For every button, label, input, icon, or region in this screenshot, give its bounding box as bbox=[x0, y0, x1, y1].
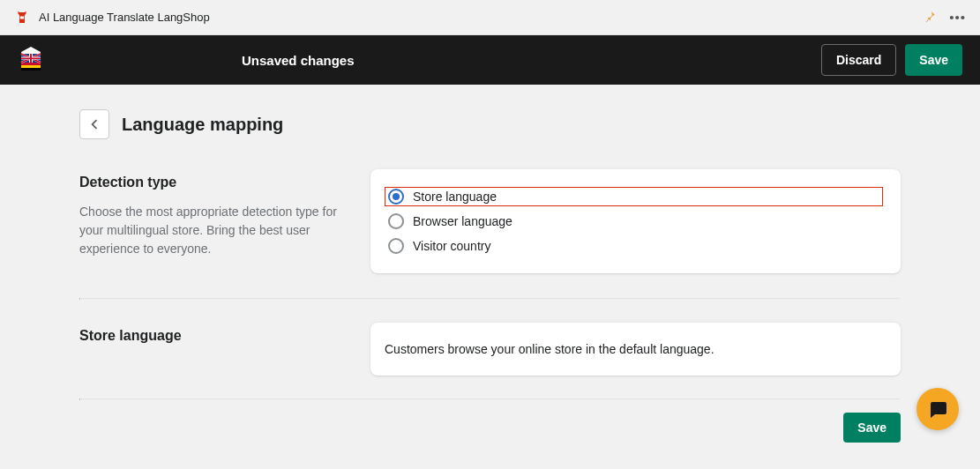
radio-circle-icon bbox=[388, 189, 404, 205]
svg-rect-8 bbox=[21, 58, 41, 60]
page-header: Language mapping bbox=[79, 109, 901, 139]
page-title: Language mapping bbox=[122, 115, 283, 135]
intercom-launcher[interactable] bbox=[916, 388, 959, 430]
section-left: Detection type Choose the most appropria… bbox=[79, 169, 353, 258]
page-footer-actions: Save bbox=[79, 400, 901, 443]
top-strip-right: ••• bbox=[924, 10, 966, 25]
radio-visitor-country[interactable]: Visitor country bbox=[385, 236, 883, 256]
section-title-detection: Detection type bbox=[79, 175, 353, 190]
arrow-left-icon bbox=[86, 116, 102, 132]
detection-type-card: Store language Browser language Visitor … bbox=[370, 169, 901, 273]
back-button[interactable] bbox=[79, 109, 109, 139]
section-left: Store language bbox=[79, 323, 353, 356]
svg-rect-0 bbox=[20, 16, 25, 19]
radio-browser-language[interactable]: Browser language bbox=[385, 212, 883, 231]
app-name-label: AI Language Translate LangShop bbox=[39, 11, 210, 24]
radio-dot-icon bbox=[393, 193, 400, 200]
svg-rect-4 bbox=[21, 68, 41, 71]
radio-label: Browser language bbox=[413, 214, 512, 228]
save-bar-actions: Discard Save bbox=[821, 44, 962, 76]
radio-store-language[interactable]: Store language bbox=[385, 187, 883, 206]
top-strip-left: AI Language Translate LangShop bbox=[14, 10, 210, 26]
page-content: Language mapping Detection type Choose t… bbox=[0, 85, 980, 443]
more-menu-icon[interactable]: ••• bbox=[949, 10, 966, 25]
pin-icon[interactable] bbox=[924, 10, 937, 25]
radio-label: Visitor country bbox=[413, 239, 490, 253]
footer-save-button[interactable]: Save bbox=[843, 413, 901, 443]
section-right: Customers browse your online store in th… bbox=[370, 323, 901, 376]
section-detection-type: Detection type Choose the most appropria… bbox=[79, 164, 901, 298]
store-language-info: Customers browse your online store in th… bbox=[385, 340, 883, 358]
radio-circle-icon bbox=[388, 238, 404, 254]
radio-label: Store language bbox=[413, 190, 497, 204]
unsaved-changes-text: Unsaved changes bbox=[242, 53, 355, 68]
contextual-save-bar: Unsaved changes Discard Save bbox=[0, 35, 980, 85]
chat-icon bbox=[927, 398, 948, 420]
app-top-strip: AI Language Translate LangShop ••• bbox=[0, 0, 980, 35]
discard-button[interactable]: Discard bbox=[821, 44, 896, 76]
section-right: Store language Browser language Visitor … bbox=[370, 169, 901, 273]
radio-circle-icon bbox=[388, 213, 404, 229]
save-bar-left: Unsaved changes bbox=[18, 45, 355, 75]
section-description-detection: Choose the most appropriate detection ty… bbox=[79, 203, 353, 258]
svg-rect-3 bbox=[21, 65, 41, 68]
save-button[interactable]: Save bbox=[905, 44, 962, 76]
app-logo-small bbox=[14, 10, 30, 26]
svg-rect-2 bbox=[21, 63, 41, 65]
section-store-language: Store language Customers browse your onl… bbox=[79, 300, 901, 398]
section-title-store-language: Store language bbox=[79, 328, 353, 344]
brand-logo bbox=[18, 45, 44, 75]
store-language-card: Customers browse your online store in th… bbox=[370, 323, 901, 376]
